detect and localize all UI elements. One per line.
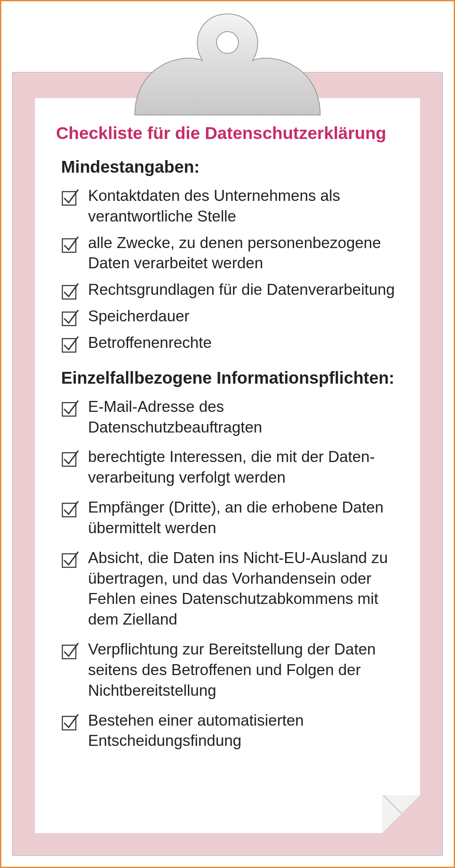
list-item-text: Rechtsgrundlagen für die Datenverarbeitu… [88, 280, 395, 300]
list-item: Rechtsgrundlagen für die Datenverarbeitu… [61, 280, 399, 300]
checked-box-icon [61, 550, 79, 568]
list-item: Verpflichtung zur Bereitstellung der Dat… [61, 639, 399, 701]
list-item: Absicht, die Daten ins Nicht-EU-Ausland … [61, 548, 399, 630]
list-item-text: berechtigte Interessen, die mit der Date… [88, 447, 399, 488]
list-item: Speicherdauer [61, 306, 399, 327]
list-item-text: Speicherdauer [88, 306, 190, 327]
list-item: Empfänger (Dritte), an die erhobene Date… [61, 497, 399, 539]
list-item-text: Bestehen einer automatisierten Entscheid… [88, 710, 399, 752]
list-item: berechtigte Interessen, die mit der Date… [61, 447, 399, 488]
list-item-text: Kontaktdaten des Unternehmens als verant… [88, 186, 399, 227]
list-item-text: E-Mail-Adresse des Datenschutzbeauftragt… [88, 397, 399, 438]
list-item-text: Absicht, die Daten ins Nicht-EU-Ausland … [88, 548, 399, 630]
checked-box-icon [61, 188, 79, 206]
list-item-text: Betroffenenrechte [88, 333, 211, 353]
checked-box-icon [61, 235, 79, 253]
svg-point-11 [217, 32, 238, 53]
checked-box-icon [61, 500, 79, 518]
checked-box-icon [61, 282, 79, 300]
section-heading-2: Einzelfallbezogene Informationspflichten… [61, 369, 399, 387]
checked-box-icon [61, 309, 79, 326]
list-item-text: Empfänger (Dritte), an die erhobene Date… [88, 497, 399, 539]
list-item-text: alle Zwecke, zu denen personenbezogene D… [88, 233, 399, 274]
checked-box-icon [61, 642, 79, 660]
paper-sheet: Checkliste für die Datenschutzerklärung … [35, 98, 420, 833]
list-item-text: Verpflichtung zur Bereitstellung der Dat… [88, 639, 399, 701]
document-title: Checkliste für die Datenschutzerklärung [56, 123, 399, 143]
list-item: Kontaktdaten des Unternehmens als verant… [61, 186, 399, 227]
checked-box-icon [61, 713, 79, 731]
list-item: E-Mail-Adresse des Datenschutzbeauftragt… [61, 397, 399, 438]
list-item: alle Zwecke, zu denen personenbezogene D… [61, 233, 399, 274]
checked-box-icon [61, 399, 79, 417]
folded-corner [382, 795, 420, 833]
list-item: Bestehen einer automatisierten Entscheid… [61, 710, 399, 752]
page-frame: Checkliste für die Datenschutzerklärung … [0, 0, 455, 868]
checked-box-icon [61, 335, 79, 353]
list-item: Betroffenenrechte [61, 333, 399, 353]
clipboard-clip-icon [126, 5, 329, 123]
section-heading-1: Mindestangaben: [61, 158, 399, 176]
checked-box-icon [61, 449, 79, 467]
